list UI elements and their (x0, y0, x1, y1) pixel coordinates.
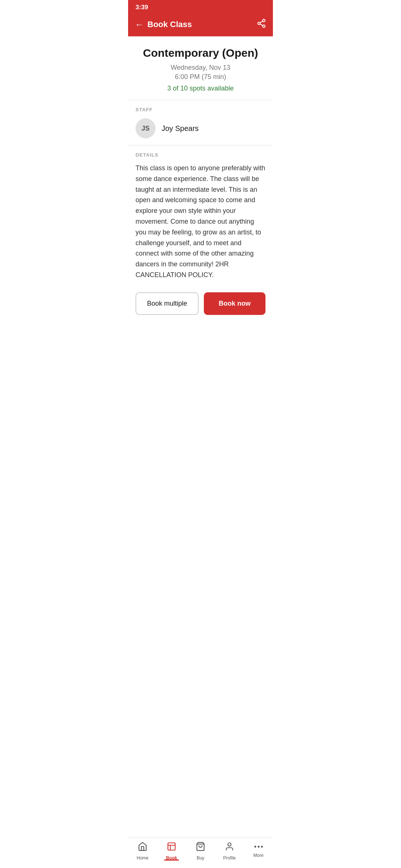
class-date: Wednesday, Nov 13 (136, 64, 265, 72)
class-info-section: Contemporary (Open) Wednesday, Nov 13 6:… (128, 36, 273, 100)
book-buttons: Book multiple Book now (128, 287, 273, 320)
nav-left: ← Book Class (135, 19, 192, 30)
top-nav: ← Book Class (128, 14, 273, 36)
svg-line-3 (260, 24, 263, 26)
staff-avatar-initials: JS (141, 125, 150, 132)
nav-title: Book Class (147, 20, 192, 29)
details-text: This class is open to anyone preferably … (136, 163, 265, 280)
book-multiple-button[interactable]: Book multiple (136, 292, 199, 315)
staff-avatar: JS (136, 118, 156, 138)
class-time: 6:00 PM (75 min) (136, 73, 265, 81)
staff-section-label: STAFF (136, 107, 265, 112)
details-section: DETAILS This class is open to anyone pre… (128, 145, 273, 287)
details-section-label: DETAILS (136, 152, 265, 158)
staff-section: STAFF JS Joy Spears (128, 100, 273, 145)
staff-name: Joy Spears (162, 124, 199, 133)
status-bar: 3:39 (128, 0, 273, 14)
back-button[interactable]: ← (135, 19, 144, 30)
status-time: 3:39 (136, 4, 148, 11)
spots-available: 3 of 10 spots available (136, 85, 265, 92)
share-button[interactable] (257, 19, 266, 30)
staff-row: JS Joy Spears (136, 118, 265, 138)
book-now-button[interactable]: Book now (204, 292, 265, 315)
class-title: Contemporary (Open) (136, 47, 265, 59)
svg-line-4 (260, 21, 263, 23)
